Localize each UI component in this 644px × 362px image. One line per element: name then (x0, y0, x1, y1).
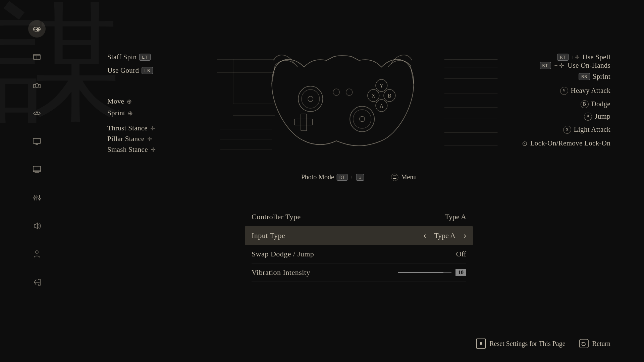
main-content: Y B A X (74, 0, 644, 362)
screen-icon (32, 165, 42, 174)
label-use-gourd: Use Gourd LB (107, 66, 153, 75)
sidebar (0, 0, 74, 362)
sidebar-item-return[interactable] (28, 274, 46, 291)
label-use-spell: RT +✛ Use Spell (557, 53, 610, 61)
setting-swap-dodge[interactable]: Swap Dodge / Jump Off (252, 245, 466, 263)
svg-rect-16 (35, 172, 39, 173)
sidebar-item-display[interactable] (28, 133, 46, 150)
label-heavy-attack: Y Heavy Attack (560, 86, 610, 95)
sidebar-item-camera[interactable] (28, 76, 46, 94)
svg-rect-28 (301, 114, 307, 131)
sidebar-item-character[interactable] (28, 245, 46, 263)
label-lock-on: ⊙ Lock-On/Remove Lock-On (522, 139, 610, 147)
slider-fill (398, 272, 443, 273)
label-sprint-left: Sprint ⊕ (107, 109, 133, 117)
sidebar-item-equalizer[interactable] (28, 189, 46, 206)
label-staff-spin: Staff Spin LT (107, 53, 151, 61)
svg-rect-59 (580, 339, 588, 348)
bottom-controller-labels: Photo Mode RT + ☐ ☰ Menu (301, 173, 417, 181)
equalizer-icon (32, 193, 42, 202)
setting-input-type[interactable]: Input Type ‹ Type A › (245, 226, 473, 245)
svg-point-33 (353, 110, 371, 128)
sidebar-item-screen[interactable] (28, 161, 46, 178)
input-type-selector: ‹ Type A › (423, 231, 466, 240)
return-icon (579, 339, 589, 349)
slider-value: 10 (455, 269, 466, 276)
sidebar-item-controller[interactable] (28, 20, 46, 38)
svg-point-24 (36, 251, 38, 253)
character-icon (32, 249, 42, 259)
sidebar-item-accessibility[interactable] (28, 105, 46, 122)
eye-icon (32, 109, 42, 118)
svg-text:X: X (372, 93, 376, 99)
controller-section: Y B A X (107, 27, 610, 188)
monitor-icon (32, 137, 42, 146)
label-pillar-stance: Pillar Stance ✛ (107, 135, 152, 143)
svg-point-32 (350, 106, 374, 132)
label-jump: A Jump (584, 112, 610, 121)
svg-point-37 (384, 89, 395, 102)
label-light-attack: X Light Attack (563, 125, 610, 134)
camera-icon (32, 80, 42, 90)
svg-point-34 (360, 116, 365, 122)
label-thrust-stance: Thrust Stance ✛ (107, 124, 155, 132)
svg-text:A: A (380, 103, 384, 109)
hud-icon (32, 52, 42, 62)
sidebar-item-hud[interactable] (28, 48, 46, 66)
slider-track (398, 272, 451, 273)
logout-icon (32, 278, 42, 287)
svg-text:Y: Y (380, 83, 383, 88)
svg-point-35 (376, 79, 387, 92)
svg-point-26 (302, 89, 320, 108)
photo-mode-label: Photo Mode RT + ☐ (301, 173, 364, 181)
svg-point-25 (298, 86, 323, 112)
svg-rect-12 (33, 138, 41, 143)
svg-rect-21 (33, 197, 35, 198)
svg-point-31 (346, 89, 353, 96)
svg-text:B: B (388, 93, 391, 99)
reset-action[interactable]: R Reset Settings for This Page (476, 339, 565, 349)
reset-button[interactable]: R (476, 339, 486, 349)
controller-icon (32, 24, 42, 34)
controller-diagram-svg: Y B A X (107, 27, 610, 188)
sidebar-item-audio[interactable] (28, 217, 46, 235)
svg-rect-15 (33, 166, 41, 172)
svg-point-3 (37, 29, 38, 30)
svg-point-39 (376, 100, 387, 112)
svg-rect-23 (39, 198, 41, 199)
svg-point-11 (36, 112, 38, 114)
svg-point-41 (368, 89, 379, 102)
audio-icon (32, 221, 42, 231)
svg-point-1 (38, 28, 39, 29)
controller-body: Y B A X (272, 55, 414, 146)
label-dodge: B Dodge (581, 100, 611, 108)
svg-point-30 (333, 89, 339, 96)
bottom-action-bar: R Reset Settings for This Page Return (476, 339, 610, 349)
input-type-prev[interactable]: ‹ (423, 231, 426, 240)
input-type-next[interactable]: › (464, 231, 466, 240)
svg-point-4 (38, 30, 39, 31)
vibration-slider[interactable]: 10 (398, 269, 466, 276)
menu-label: ☰ Menu (391, 173, 417, 181)
label-smash-stance: Smash Stance ✛ (107, 145, 156, 154)
svg-rect-29 (294, 119, 313, 125)
setting-vibration[interactable]: Vibration Intensity 10 (252, 263, 466, 282)
label-move: Move ⊕ (107, 97, 132, 106)
label-sprint-right: RB Sprint (579, 72, 610, 81)
setting-controller-type: Controller Type Type A (252, 208, 466, 226)
label-use-on-hands: RT + ✛ Use On-Hands (540, 61, 610, 70)
svg-point-27 (308, 96, 313, 102)
svg-rect-22 (36, 196, 38, 197)
return-action[interactable]: Return (579, 339, 610, 349)
settings-section: Controller Type Type A Input Type ‹ Type… (252, 208, 466, 282)
svg-point-2 (39, 29, 40, 30)
